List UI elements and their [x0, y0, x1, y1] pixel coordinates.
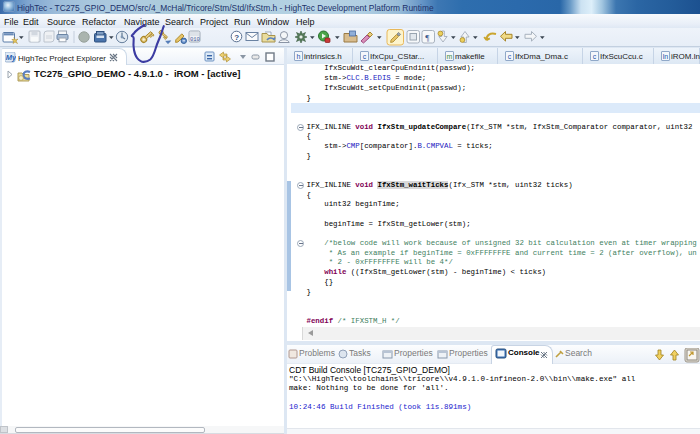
- svg-text:¶: ¶: [425, 33, 429, 43]
- svg-text:?: ?: [234, 33, 239, 42]
- svg-text:010: 010: [190, 36, 200, 43]
- svg-text:My: My: [6, 53, 16, 62]
